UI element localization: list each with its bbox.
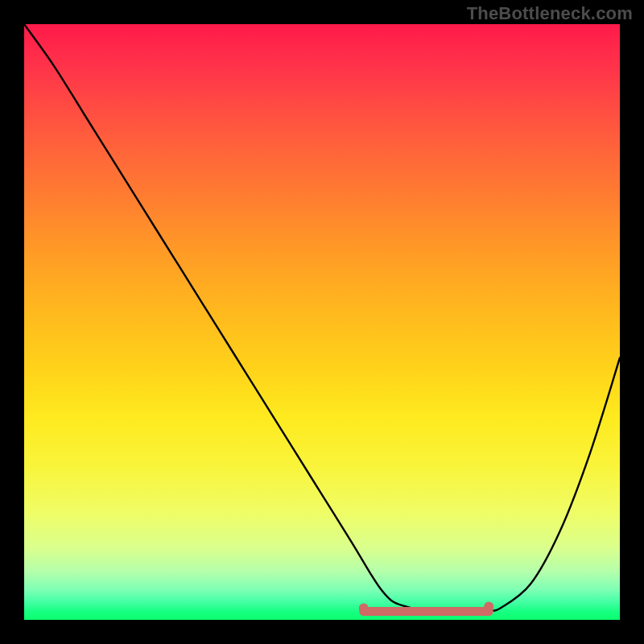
band-end-right bbox=[484, 602, 493, 612]
band-end-left bbox=[359, 604, 369, 613]
watermark-text: TheBottleneck.com bbox=[467, 3, 633, 24]
bottleneck-curve bbox=[24, 24, 620, 614]
plot-area bbox=[24, 24, 620, 620]
chart-frame: TheBottleneck.com bbox=[0, 0, 644, 644]
curve-layer bbox=[24, 24, 620, 620]
